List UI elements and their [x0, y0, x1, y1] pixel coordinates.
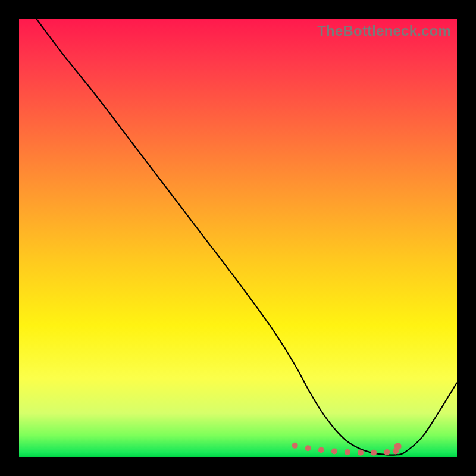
chart-stage: TheBottleneck.com — [0, 0, 476, 476]
flat-region-dot — [305, 445, 311, 451]
flat-region-dot — [384, 449, 390, 455]
flat-region-dot — [358, 450, 364, 456]
flat-region-dot — [292, 443, 298, 449]
plot-area: TheBottleneck.com — [19, 19, 457, 457]
flat-region-dots — [292, 443, 399, 456]
chart-svg — [19, 19, 457, 457]
flat-region-dot — [345, 449, 350, 455]
end-dot — [394, 443, 402, 450]
flat-region-dot — [318, 447, 324, 453]
bottleneck-curve — [36, 19, 457, 455]
flat-region-dot — [331, 448, 337, 454]
flat-region-dot — [371, 450, 377, 456]
